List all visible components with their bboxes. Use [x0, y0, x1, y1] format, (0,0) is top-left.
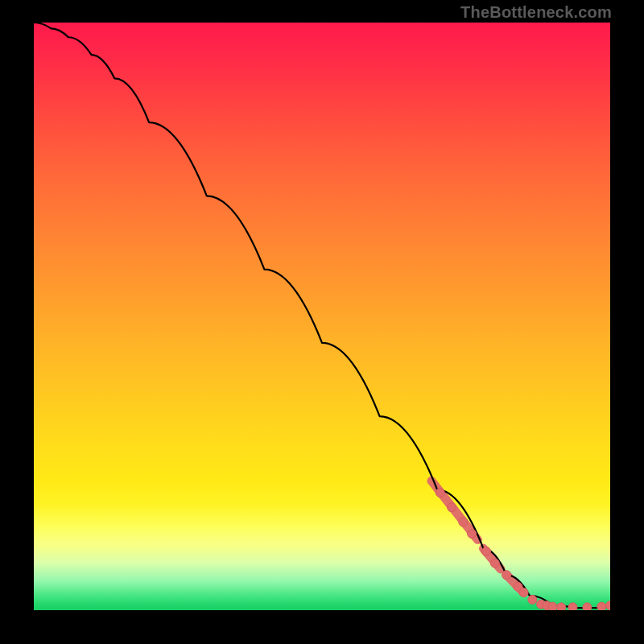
data-dot	[597, 602, 606, 610]
data-dot	[548, 602, 557, 610]
data-dot	[468, 530, 477, 539]
data-dot	[557, 603, 566, 610]
data-dot	[528, 595, 537, 604]
data-dot	[568, 603, 577, 610]
data-dot	[490, 559, 499, 568]
data-dot	[583, 603, 592, 610]
main-curve	[34, 23, 610, 608]
data-dot	[519, 588, 528, 597]
plot-area	[34, 23, 610, 610]
data-dot	[459, 518, 468, 526]
chart-overlay	[34, 23, 610, 610]
data-dot	[448, 503, 456, 512]
data-dot	[436, 489, 444, 497]
data-dot	[502, 571, 511, 580]
watermark-text: TheBottleneck.com	[460, 3, 612, 22]
chart-stage: TheBottleneck.com	[0, 0, 644, 644]
data-dot	[482, 547, 491, 556]
data-dot	[606, 601, 611, 610]
